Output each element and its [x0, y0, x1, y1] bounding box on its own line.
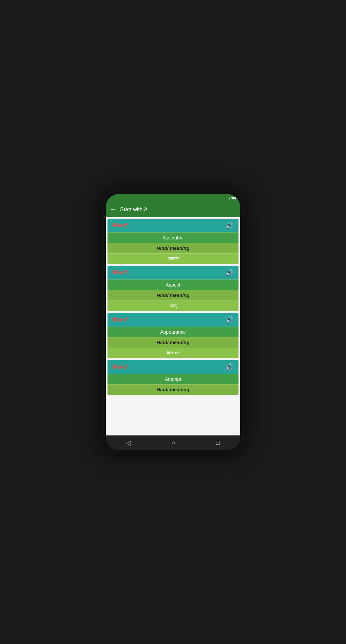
card-word-1: Assemble — [108, 232, 238, 243]
word-label-3: Word — [112, 316, 127, 323]
nav-bar: ◁ ○ □ — [106, 435, 240, 450]
speaker-icon-4[interactable]: 🔊 — [225, 363, 234, 371]
card-hindi-label-2: Hindi meaning — [108, 290, 238, 300]
status-bar: 7:04 — [106, 194, 240, 202]
word-label-4: Word — [112, 364, 127, 370]
word-card-1: Word 🔊 Assemble Hindi meaning इकट्ठा — [107, 218, 239, 264]
card-word-2: Aspect — [108, 279, 238, 290]
nav-back-button[interactable]: ◁ — [119, 436, 138, 449]
word-label-1: Word — [112, 222, 127, 229]
back-button[interactable]: ← — [110, 206, 116, 213]
card-header-1: Word 🔊 — [108, 219, 238, 232]
card-header-2: Word 🔊 — [108, 266, 238, 279]
word-card-2: Word 🔊 Aspect Hindi meaning पहलु — [107, 266, 239, 311]
toolbar-title: Start with A — [120, 207, 148, 213]
card-hindi-label-4: Hindi meaning — [108, 384, 238, 395]
word-card-4: Word 🔊 Attempt Hindi meaning — [107, 360, 239, 395]
content-area: Word 🔊 Assemble Hindi meaning इकट्ठा Wor… — [106, 217, 240, 435]
card-word-3: Appearance — [108, 327, 238, 337]
word-card-3: Word 🔊 Appearance Hindi meaning दिखावट — [107, 313, 239, 358]
card-header-4: Word 🔊 — [108, 360, 238, 374]
card-hindi-label-1: Hindi meaning — [108, 243, 238, 253]
word-label-2: Word — [112, 269, 127, 276]
card-hindi-value-1: इकट्ठा — [108, 253, 238, 264]
speaker-icon-1[interactable]: 🔊 — [225, 221, 234, 230]
speaker-icon-3[interactable]: 🔊 — [225, 316, 234, 324]
card-header-3: Word 🔊 — [108, 313, 238, 327]
card-hindi-label-3: Hindi meaning — [108, 337, 238, 348]
phone-device: 7:04 ← Start with A Word 🔊 Assemble Hind… — [102, 190, 244, 454]
card-hindi-value-2: पहलु — [108, 300, 238, 311]
speaker-icon-2[interactable]: 🔊 — [225, 269, 234, 277]
status-time: 7:04 — [229, 196, 236, 200]
toolbar: ← Start with A — [106, 202, 240, 217]
card-hindi-value-3: दिखावट — [108, 348, 238, 358]
nav-recent-button[interactable]: □ — [209, 436, 227, 449]
card-word-4: Attempt — [108, 374, 238, 384]
phone-screen: 7:04 ← Start with A Word 🔊 Assemble Hind… — [106, 194, 240, 450]
nav-home-button[interactable]: ○ — [165, 436, 182, 449]
